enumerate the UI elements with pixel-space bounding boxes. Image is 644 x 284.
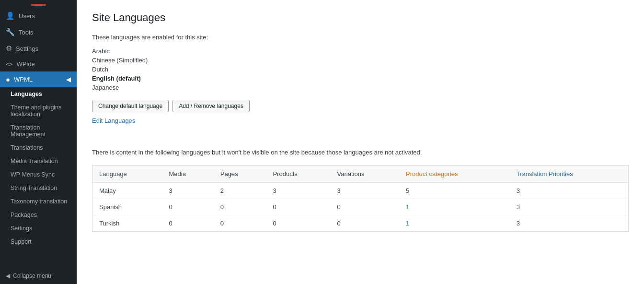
settings-icon: ⚙ xyxy=(6,44,12,53)
sidebar-item-settings[interactable]: ⚙ Settings xyxy=(0,40,77,57)
sidebar: 👤 Users 🔧 Tools ⚙ Settings <> WPide ● WP… xyxy=(0,0,77,284)
collapse-icon: ◀ xyxy=(6,272,10,279)
table-cell-2-row-2: 0 xyxy=(214,215,266,231)
add-remove-languages-button[interactable]: Add / Remove languages xyxy=(172,100,250,112)
table-cell-5-row-0: 5 xyxy=(399,182,510,199)
table-cell-0-row-2: Turkish xyxy=(92,215,162,231)
col-language: Language xyxy=(92,165,162,182)
table-row: Turkish000013 xyxy=(92,215,629,231)
table-cell-5-row-2[interactable]: 1 xyxy=(399,215,510,231)
content-warning: There is content in the following langua… xyxy=(92,148,629,157)
table-row: Spanish000013 xyxy=(92,199,629,215)
table-cell-3-row-0: 3 xyxy=(266,182,330,199)
lang-chinese: Chinese (Simplified) xyxy=(92,56,629,65)
table-cell-1-row-2: 0 xyxy=(162,215,214,231)
table-cell-2-row-0: 2 xyxy=(214,182,266,199)
section-divider xyxy=(92,136,629,136)
sidebar-item-translations[interactable]: Translations xyxy=(0,141,77,154)
wpml-submenu: Languages Theme and plugins localization… xyxy=(0,87,77,248)
lang-english: English (default) xyxy=(92,74,629,83)
col-pages: Pages xyxy=(214,165,266,182)
table-cell-3-row-2: 0 xyxy=(266,215,330,231)
table-cell-0-row-1: Spanish xyxy=(92,199,162,215)
sidebar-item-support[interactable]: Support xyxy=(0,235,77,248)
sidebar-item-translation-management[interactable]: Translation Management xyxy=(0,121,77,141)
table-row: Malay323353 xyxy=(92,182,629,199)
language-list: Arabic Chinese (Simplified) Dutch Englis… xyxy=(92,47,629,92)
sidebar-item-wpide[interactable]: <> WPide xyxy=(0,57,77,71)
sidebar-indicator xyxy=(31,4,46,6)
change-default-language-button[interactable]: Change default language xyxy=(92,100,169,112)
tools-icon: 🔧 xyxy=(6,28,15,36)
sidebar-item-wpml-settings[interactable]: Settings xyxy=(0,222,77,235)
col-translation-priorities: Translation Priorities xyxy=(510,165,629,182)
sidebar-item-tools[interactable]: 🔧 Tools xyxy=(0,24,77,40)
wpide-icon: <> xyxy=(6,61,12,68)
action-buttons: Change default language Add / Remove lan… xyxy=(92,100,629,112)
main-content: Site Languages These languages are enabl… xyxy=(77,0,644,284)
lang-japanese: Japanese xyxy=(92,83,629,92)
table-cell-5-row-1[interactable]: 1 xyxy=(399,199,510,215)
table-cell-6-row-2: 3 xyxy=(510,215,629,231)
table-cell-4-row-0: 3 xyxy=(331,182,399,199)
sidebar-item-taxonomy-translation[interactable]: Taxonomy translation xyxy=(0,195,77,208)
table-cell-1-row-1: 0 xyxy=(162,199,214,215)
sidebar-item-wp-menus-sync[interactable]: WP Menus Sync xyxy=(0,168,77,181)
table-cell-0-row-0: Malay xyxy=(92,182,162,199)
sidebar-item-packages[interactable]: Packages xyxy=(0,208,77,222)
edit-languages-link[interactable]: Edit Languages xyxy=(92,117,135,124)
col-products: Products xyxy=(266,165,330,182)
table-cell-2-row-1: 0 xyxy=(214,199,266,215)
users-icon: 👤 xyxy=(6,12,15,20)
table-cell-6-row-0: 3 xyxy=(510,182,629,199)
inactive-languages-table: Language Media Pages Products Variations… xyxy=(92,165,629,232)
sidebar-item-string-translation[interactable]: String Translation xyxy=(0,181,77,195)
col-media: Media xyxy=(162,165,214,182)
table-cell-3-row-1: 0 xyxy=(266,199,330,215)
lang-dutch: Dutch xyxy=(92,65,629,74)
sidebar-item-wpml[interactable]: ● WPML ◀ xyxy=(0,71,77,87)
table-cell-4-row-2: 0 xyxy=(331,215,399,231)
wpml-icon: ● xyxy=(6,75,10,83)
col-product-categories: Product categories xyxy=(399,165,510,182)
section1-intro: These languages are enabled for this sit… xyxy=(92,34,629,41)
lang-arabic: Arabic xyxy=(92,47,629,56)
table-cell-4-row-1: 0 xyxy=(331,199,399,215)
sidebar-item-users[interactable]: 👤 Users xyxy=(0,8,77,24)
col-variations: Variations xyxy=(331,165,399,182)
sidebar-item-languages[interactable]: Languages xyxy=(0,87,77,101)
sidebar-item-theme-plugins[interactable]: Theme and plugins localization xyxy=(0,101,77,121)
table-cell-1-row-0: 3 xyxy=(162,182,214,199)
collapse-menu-button[interactable]: ◀ Collapse menu xyxy=(0,268,77,284)
sidebar-item-media-translation[interactable]: Media Translation xyxy=(0,154,77,168)
table-cell-6-row-1: 3 xyxy=(510,199,629,215)
wpml-arrow-icon: ◀ xyxy=(66,76,71,83)
page-title: Site Languages xyxy=(92,12,629,24)
